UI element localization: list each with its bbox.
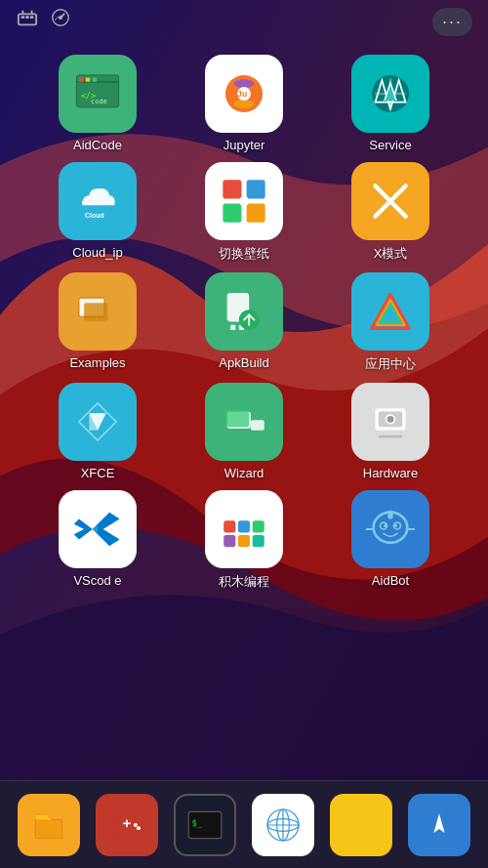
- app-icon-vscode: [59, 490, 137, 568]
- svg-rect-1: [19, 14, 36, 24]
- app-item-vscode[interactable]: VScod e: [29, 490, 166, 591]
- dock-item-weather[interactable]: [330, 794, 392, 856]
- app-icon-wizard: [205, 383, 283, 461]
- app-icon-examples: [59, 272, 137, 351]
- dock-item-terminal[interactable]: $_: [174, 794, 236, 856]
- app-label-cloudip: Cloud_ip: [72, 245, 122, 260]
- app-item-examples[interactable]: Examples: [29, 272, 166, 373]
- app-icon-jupyter: Ju: [205, 55, 283, 133]
- svg-line-84: [369, 813, 373, 817]
- svg-rect-23: [223, 180, 241, 198]
- svg-point-88: [437, 822, 442, 827]
- app-label-aidcode: AidCode: [73, 138, 122, 152]
- app-label-xfce: XFCE: [81, 466, 115, 480]
- app-icon-wallpaper: [205, 162, 283, 240]
- app-item-aidcode[interactable]: </> code AidCode: [29, 55, 166, 152]
- svg-point-17: [234, 79, 255, 88]
- app-item-aidbot[interactable]: AidBot: [322, 490, 459, 591]
- app-label-service: Service: [369, 138, 411, 152]
- app-label-vscode: VScod e: [73, 573, 121, 588]
- app-icon-xfce: [59, 383, 137, 461]
- app-label-apkbuild: ApkBuild: [219, 355, 268, 370]
- svg-rect-52: [238, 520, 250, 532]
- dock-item-game[interactable]: [96, 794, 158, 856]
- app-item-jumu[interactable]: 积木编程: [176, 490, 312, 591]
- svg-rect-53: [253, 520, 264, 532]
- svg-point-27: [239, 196, 249, 206]
- svg-rect-67: [126, 819, 128, 827]
- dock-item-files[interactable]: [18, 794, 80, 856]
- overflow-menu-button[interactable]: ···: [432, 8, 472, 36]
- app-item-service[interactable]: Service: [322, 55, 459, 152]
- app-label-jupyter: Jupyter: [224, 138, 265, 152]
- app-item-wizard[interactable]: Wizard: [176, 383, 312, 480]
- app-item-jupyter[interactable]: Ju Jupyter: [176, 55, 312, 152]
- svg-point-18: [234, 100, 255, 108]
- app-icon-apkbuild: [205, 272, 283, 351]
- app-label-wallpaper: 切换壁纸: [219, 245, 269, 263]
- app-label-examples: Examples: [69, 355, 125, 370]
- svg-rect-26: [247, 204, 265, 223]
- svg-rect-11: [79, 78, 83, 82]
- svg-rect-48: [379, 435, 402, 438]
- svg-rect-47: [387, 431, 394, 435]
- android-icon: [16, 6, 39, 29]
- svg-point-64: [393, 524, 396, 527]
- app-item-wallpaper[interactable]: 切换壁纸: [176, 162, 312, 263]
- app-item-apkbuild[interactable]: ApkBuild: [176, 272, 312, 373]
- app-item-xfce[interactable]: XFCE: [29, 383, 166, 480]
- app-grid: </> code AidCode Ju Jupyter Service Clou…: [0, 45, 488, 600]
- app-label-wizard: Wizard: [224, 466, 264, 480]
- svg-rect-4: [30, 16, 34, 19]
- dock: $_: [0, 780, 488, 868]
- svg-rect-12: [86, 78, 90, 82]
- svg-rect-44: [251, 420, 264, 430]
- speedometer-icon: [49, 6, 72, 29]
- app-icon-service: [351, 55, 429, 133]
- svg-point-68: [134, 823, 138, 827]
- status-bar: [0, 0, 488, 35]
- app-item-xmode[interactable]: X模式: [322, 162, 459, 263]
- app-label-appcenter: 应用中心: [365, 355, 416, 373]
- svg-rect-13: [93, 78, 97, 82]
- svg-rect-51: [224, 520, 235, 532]
- app-item-hardware[interactable]: Hardware: [322, 383, 459, 480]
- dock-item-nav[interactable]: [408, 794, 470, 856]
- dock-item-browser[interactable]: [252, 794, 314, 856]
- app-icon-jumu: [205, 490, 283, 568]
- svg-line-86: [369, 833, 373, 837]
- svg-rect-54: [224, 535, 235, 547]
- svg-rect-43: [225, 410, 249, 427]
- svg-rect-3: [25, 16, 29, 19]
- svg-text:Ju: Ju: [237, 89, 247, 99]
- app-icon-hardware: [351, 383, 429, 461]
- app-icon-xmode: [351, 162, 429, 240]
- svg-point-69: [137, 826, 141, 830]
- svg-point-50: [387, 416, 394, 423]
- app-item-cloudip[interactable]: Cloud Cloud_ip: [29, 162, 166, 263]
- svg-point-63: [384, 524, 386, 527]
- app-icon-appcenter: [351, 272, 429, 351]
- app-label-jumu: 积木编程: [219, 573, 269, 591]
- app-item-appcenter[interactable]: 应用中心: [322, 272, 459, 373]
- svg-rect-25: [223, 204, 241, 223]
- app-icon-cloudip: Cloud: [59, 162, 137, 240]
- svg-rect-60: [387, 511, 392, 519]
- app-label-hardware: Hardware: [363, 466, 418, 480]
- app-label-aidbot: AidBot: [372, 573, 409, 588]
- svg-rect-24: [247, 180, 265, 198]
- app-label-xmode: X模式: [374, 245, 408, 263]
- svg-line-83: [349, 813, 353, 817]
- overflow-dots: ···: [442, 12, 463, 32]
- app-icon-aidbot: [351, 490, 429, 568]
- svg-rect-56: [253, 535, 264, 547]
- app-icon-aidcode: </> code: [59, 55, 137, 133]
- svg-rect-34: [230, 325, 235, 330]
- svg-text:$_: $_: [191, 817, 202, 827]
- svg-rect-55: [238, 535, 250, 547]
- svg-rect-2: [21, 16, 25, 19]
- svg-text:Cloud: Cloud: [85, 212, 104, 219]
- svg-line-85: [349, 833, 353, 837]
- svg-text:code: code: [91, 98, 107, 105]
